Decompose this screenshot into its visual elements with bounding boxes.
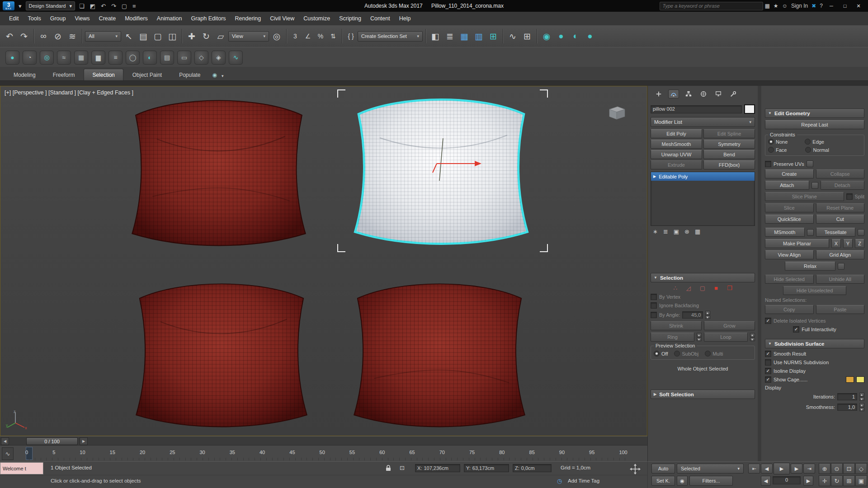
border-subobject-icon[interactable]: ▢ — [698, 285, 707, 291]
go-to-end-button[interactable]: ⇥ — [803, 464, 815, 474]
configure-modifier-sets-icon[interactable]: ▦ — [693, 228, 703, 235]
view-align-button[interactable]: View Align — [765, 250, 814, 259]
grid-align-button[interactable]: Grid Align — [816, 250, 865, 259]
previous-frame-button[interactable]: ◀ — [761, 464, 773, 474]
pillow-object-1[interactable] — [121, 90, 316, 254]
hide-selected-button[interactable]: Hide Selected — [765, 275, 814, 284]
planar-z-button[interactable]: Z — [855, 239, 864, 248]
ffd-box-button[interactable]: FFD(box) — [703, 160, 755, 169]
remove-modifier-icon[interactable]: ⊗ — [682, 228, 692, 235]
tab-modify-icon[interactable] — [668, 89, 679, 99]
select-by-name-icon[interactable]: ▤ — [137, 29, 150, 43]
menu-rendering[interactable]: Rendering — [231, 13, 266, 24]
menu-civil-view[interactable]: Civil View — [265, 13, 299, 24]
preserve-uvs-checkbox[interactable] — [765, 161, 771, 167]
redo-icon[interactable]: ↷ — [17, 29, 31, 43]
tab-create-icon[interactable] — [653, 89, 664, 99]
reset-plane-button[interactable]: Reset Plane — [816, 203, 865, 212]
edit-geometry-rollout-header[interactable]: ▼ Edit Geometry — [765, 108, 864, 118]
meshsmooth-button[interactable]: MeshSmooth — [651, 140, 702, 149]
preview-multi-radio[interactable] — [705, 351, 711, 357]
isoline-display-checkbox[interactable]: ✓ — [765, 368, 771, 374]
maxscript-mini-listener[interactable]: Welcome t — [0, 462, 43, 474]
move-gizmo[interactable] — [429, 136, 488, 187]
smoothness-spinner[interactable] — [859, 403, 864, 411]
coordinate-y-field[interactable]: Y: 63,173cm — [464, 464, 509, 473]
edit-poly-button[interactable]: Edit Poly — [651, 129, 702, 138]
go-to-start-button[interactable]: ⇤ — [748, 464, 760, 474]
undo-icon[interactable]: ↶ — [3, 29, 16, 43]
open-file-icon[interactable]: ❏ — [78, 3, 86, 9]
menu-edit[interactable]: Edit — [5, 13, 24, 24]
grow-button[interactable]: Grow — [704, 321, 755, 330]
scene-explorer-icon[interactable]: ▥ — [472, 29, 486, 43]
tab-populate[interactable]: Populate — [171, 69, 208, 80]
menu-modifiers[interactable]: Modifiers — [120, 13, 152, 24]
subdivision-surface-rollout-header[interactable]: ▼ Subdivision Surface — [765, 339, 864, 348]
mirror-icon[interactable]: ◧ — [429, 29, 442, 43]
time-slider-handle[interactable]: 0 / 100 — [26, 437, 78, 445]
sign-in-link[interactable]: Sign In — [789, 3, 810, 9]
coordinate-x-field[interactable]: X: 107,236cm — [415, 464, 460, 473]
detach-button[interactable]: Detach — [821, 181, 865, 190]
menu-customize[interactable]: Customize — [299, 13, 335, 24]
spinner-snap-icon[interactable]: ⇅ — [327, 29, 339, 43]
constraint-normal-radio[interactable] — [805, 147, 811, 153]
tab-utilities-icon[interactable] — [728, 89, 739, 99]
render-setup-icon[interactable]: ● — [554, 29, 568, 43]
relax-button[interactable]: Relax — [785, 262, 835, 271]
pan-view-icon[interactable]: ✛ — [819, 475, 830, 486]
time-slider-right-arrow[interactable]: ▶ — [80, 437, 88, 445]
tab-freeform[interactable]: Freeform — [45, 69, 83, 80]
pin-stack-icon[interactable]: ∗ — [651, 228, 660, 235]
maximize-viewport-toggle-icon[interactable]: ▣ — [855, 475, 867, 486]
secondary-tool-icon[interactable]: ◇ — [194, 51, 208, 65]
select-and-rotate-icon[interactable]: ↻ — [199, 29, 213, 43]
secondary-tool-icon[interactable]: ∿ — [229, 51, 243, 65]
stack-item-editable-poly[interactable]: ▶ Editable Poly — [651, 172, 755, 181]
cage-selected-color-swatch[interactable] — [856, 376, 864, 383]
slice-plane-button[interactable]: Slice Plane — [765, 192, 844, 201]
split-checkbox[interactable] — [846, 193, 853, 200]
planar-x-button[interactable]: X — [831, 239, 841, 248]
quickslice-button[interactable]: QuickSlice — [765, 215, 814, 224]
curve-editor-icon[interactable]: ∿ — [506, 29, 519, 43]
relax-settings-button[interactable] — [838, 263, 844, 270]
preserve-uvs-settings-button[interactable] — [807, 160, 813, 167]
user-icon[interactable]: ☺ — [780, 3, 789, 9]
collapse-button[interactable]: Collapse — [816, 169, 865, 178]
use-nurms-checkbox[interactable] — [765, 359, 771, 366]
zoom-extents-icon[interactable]: ⊡ — [843, 463, 855, 474]
add-time-tag[interactable]: Add Time Tag — [568, 478, 599, 483]
time-tag-icon[interactable]: ◷ — [557, 478, 562, 484]
modifier-stack[interactable]: ▶ Editable Poly — [651, 172, 755, 226]
play-button[interactable]: ▶ — [774, 463, 790, 474]
select-object-icon[interactable]: ↖ — [122, 29, 136, 43]
zoom-region-icon[interactable]: ⊞ — [843, 475, 855, 486]
attach-settings-button[interactable] — [811, 182, 818, 189]
tab-selection[interactable]: Selection — [84, 69, 123, 80]
planar-y-button[interactable]: Y — [843, 239, 853, 248]
key-step-back-button[interactable]: ◀ — [761, 476, 771, 486]
secondary-tool-icon[interactable]: ◯ — [126, 51, 140, 65]
material-editor-icon[interactable]: ◉ — [540, 29, 553, 43]
percent-snap-icon[interactable]: % — [315, 29, 326, 43]
selection-rollout-header[interactable]: ▼ Selection — [651, 273, 755, 282]
time-slider-track[interactable]: ◀ 0 / 100 ▶ — [0, 436, 647, 446]
viewcube[interactable] — [606, 104, 627, 122]
constraint-none-radio[interactable] — [768, 139, 774, 145]
edge-subobject-icon[interactable]: ◿ — [684, 285, 693, 291]
current-frame-field[interactable]: 0 — [773, 476, 801, 484]
undo-icon[interactable]: ↶ — [99, 3, 107, 9]
app-menu-chevron-icon[interactable]: ▾ — [17, 3, 23, 9]
redo-icon[interactable]: ↷ — [110, 3, 118, 9]
field-of-view-icon[interactable]: ◇ — [855, 463, 867, 474]
edit-named-selection-sets-icon[interactable]: { } — [345, 29, 357, 43]
pillow-object-3[interactable] — [126, 273, 317, 436]
toolbar-options-icon[interactable]: ≡ — [131, 3, 137, 9]
tessellate-settings-button[interactable] — [858, 229, 864, 236]
rendered-frame-window-icon[interactable]: ◐ — [569, 29, 582, 43]
coordinate-z-field[interactable]: Z: 0,0cm — [513, 464, 552, 473]
secondary-tool-icon[interactable]: ▤ — [160, 51, 174, 65]
apps-grid-icon[interactable]: ▦ — [763, 3, 772, 9]
